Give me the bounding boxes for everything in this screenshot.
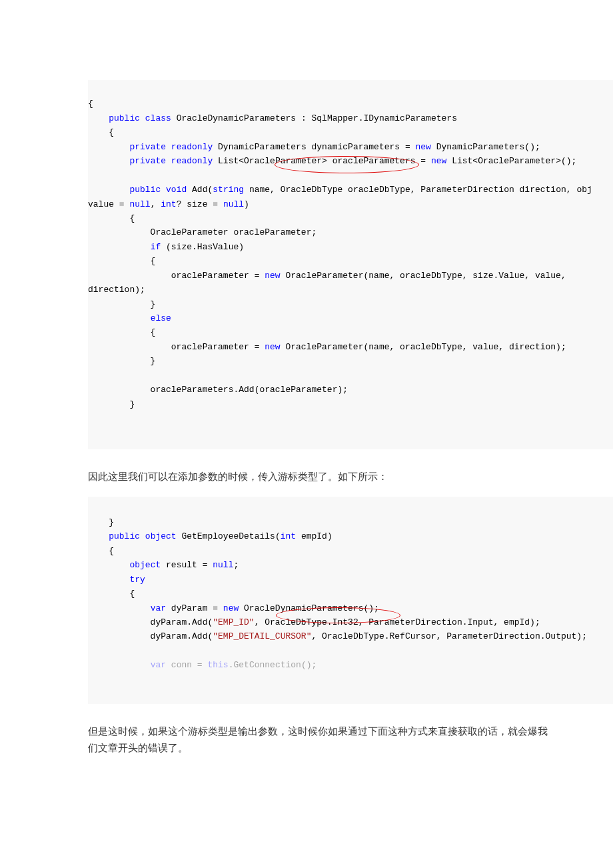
code-line: public object GetEmployeeDetails(int emp… xyxy=(88,531,332,541)
code-block-1: { public class OracleDynamicParameters :… xyxy=(88,80,613,449)
code-line: else xyxy=(88,313,171,323)
code-line: { xyxy=(88,127,114,137)
code-line: } xyxy=(88,356,155,366)
article-paragraph-2: 但是这时候，如果这个游标类型是输出参数，这时候你如果通过下面这种方式来直接获取的… xyxy=(88,723,554,757)
code-line: value = null, int? size = null) xyxy=(88,199,249,209)
code-line: if (size.HasValue) xyxy=(88,242,244,252)
code-line: { xyxy=(88,99,93,109)
code-line: { xyxy=(88,546,114,556)
article-content: { public class OracleDynamicParameters :… xyxy=(0,80,613,757)
code-line: } xyxy=(88,299,155,309)
code-line: var conn = this.GetConnection(); xyxy=(88,660,316,670)
code-line: oracleParameters.Add(oracleParameter); xyxy=(88,385,348,395)
code-line: oracleParameter = new OracleParameter(na… xyxy=(88,271,572,281)
code-block-2: } public object GetEmployeeDetails(int e… xyxy=(88,497,613,703)
code-line: oracleParameter = new OracleParameter(na… xyxy=(88,342,566,352)
code-line: } xyxy=(88,399,135,409)
code-line: private readonly DynamicParameters dynam… xyxy=(88,142,540,152)
code-line: { xyxy=(88,256,155,266)
code-line: object result = null; xyxy=(88,560,239,570)
code-line: private readonly List<OracleParameter> o… xyxy=(88,156,576,166)
code-line: direction); xyxy=(88,285,145,295)
code-line: public void Add(string name, OracleDbTyp… xyxy=(88,185,592,195)
article-paragraph-1: 因此这里我们可以在添加参数的时候，传入游标类型了。如下所示： xyxy=(88,468,554,485)
code-line: { xyxy=(88,589,135,599)
code-line: dyParam.Add("EMP_ID", OracleDbType.Int32… xyxy=(88,617,540,627)
code-line: OracleParameter oracleParameter; xyxy=(88,227,316,237)
code-line: } xyxy=(88,517,114,527)
code-line: public class OracleDynamicParameters : S… xyxy=(88,113,457,123)
code-line: var dyParam = new OracleDynamicParameter… xyxy=(88,603,379,613)
code-line: dyParam.Add("EMP_DETAIL_CURSOR", OracleD… xyxy=(88,631,587,641)
code-line: { xyxy=(88,213,135,223)
code-line: { xyxy=(88,327,155,337)
code-line: try xyxy=(88,575,145,585)
